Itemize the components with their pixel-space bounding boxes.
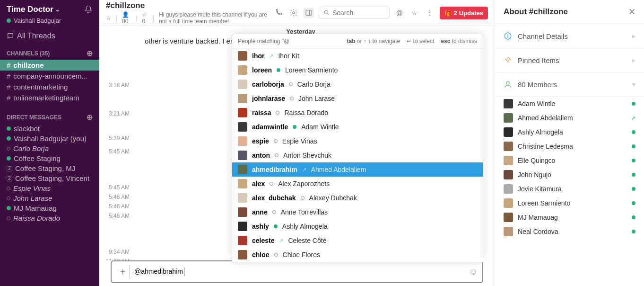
- dm-item[interactable]: Carlo Borja: [0, 143, 99, 153]
- dm-item[interactable]: Vaishali Badgujar (you): [0, 134, 99, 143]
- presence-dot: [7, 136, 11, 141]
- autocomplete-item[interactable]: ashly Ashly Almogela: [232, 219, 483, 233]
- attach-button[interactable]: +: [116, 265, 130, 278]
- autocomplete-item[interactable]: raissa Raissa Dorado: [232, 106, 483, 120]
- username: adamwintle: [252, 123, 288, 131]
- member-row[interactable]: Ahmed Abdelaliem↗: [495, 111, 644, 125]
- close-icon[interactable]: ✕: [628, 7, 635, 17]
- avatar: [238, 236, 247, 245]
- add-channel-icon[interactable]: ⊕: [87, 49, 93, 58]
- autocomplete-item[interactable]: chloe Chloe Flores: [232, 248, 483, 262]
- more-icon[interactable]: ⋮: [425, 8, 435, 18]
- channel-topic[interactable]: Hi guys please mute this channel if you …: [159, 11, 268, 25]
- chevron-down-icon: ⌄: [55, 7, 60, 13]
- member-row[interactable]: Neal Cordova: [495, 224, 644, 239]
- dm-item[interactable]: slackbot: [0, 124, 99, 134]
- message-composer[interactable]: + @ahmedibrahim ☺: [111, 260, 483, 283]
- channel-item[interactable]: #chillzone: [0, 60, 99, 71]
- member-name: Jovie Kitamura: [518, 185, 627, 193]
- avatar: [238, 136, 247, 146]
- add-dm-icon[interactable]: ⊕: [87, 113, 93, 122]
- channel-item[interactable]: #contentmarketing: [0, 81, 99, 92]
- updates-button[interactable]: 🎁 2 Updates: [440, 7, 488, 19]
- presence-dot: [289, 82, 293, 86]
- channel-details-section[interactable]: Channel Details ▸: [495, 24, 644, 48]
- search-box[interactable]: [319, 7, 390, 19]
- member-row[interactable]: Elle Quingco: [495, 153, 644, 168]
- pinned-count[interactable]: ☆ 0: [142, 11, 148, 25]
- autocomplete-item[interactable]: alex Alex Zaporozhets: [232, 177, 483, 191]
- autocomplete-item[interactable]: alex_dubchak Alexey Dubchak: [232, 191, 483, 205]
- presence-dot: [632, 201, 635, 205]
- autocomplete-item[interactable]: celeste ↗ Celeste Côté: [232, 233, 483, 248]
- bell-icon[interactable]: [84, 5, 93, 14]
- dm-item[interactable]: 2Coffee Staging, MJ: [0, 163, 99, 173]
- presence-dot: [7, 18, 11, 23]
- presence-dot: [7, 206, 11, 210]
- member-row[interactable]: Christine Ledesma: [495, 139, 644, 153]
- avatar: [504, 142, 513, 151]
- workspace-switcher[interactable]: Time Doctor ⌄: [7, 5, 60, 14]
- star-icon[interactable]: ☆: [106, 15, 111, 21]
- members-section-header[interactable]: 80 Members ▾: [495, 72, 644, 97]
- star-channel-icon[interactable]: ☆: [409, 8, 420, 18]
- autocomplete-item[interactable]: johnlarase John Larase: [232, 91, 483, 106]
- autocomplete-item[interactable]: adamwintle Adam Wintle: [232, 120, 483, 134]
- toggle-sidebar-icon[interactable]: [304, 8, 314, 18]
- dm-item[interactable]: 2Coffee Staging, Vincent: [0, 173, 99, 183]
- autocomplete-item[interactable]: ahmedibrahim ↗ Ahmed Abdelaliem: [232, 162, 483, 177]
- autocomplete-item[interactable]: loreen Loreen Sarmiento: [232, 63, 483, 77]
- member-row[interactable]: Adam Wintle: [495, 97, 644, 111]
- username: anton: [252, 152, 270, 159]
- presence-dot: [274, 253, 278, 257]
- member-row[interactable]: MJ Mamauag: [495, 210, 644, 224]
- autocomplete-item[interactable]: carloborja Carlo Borja: [232, 77, 483, 91]
- member-row[interactable]: Ashly Almogela: [495, 125, 644, 139]
- message-timestamp: 9:34 AM: [101, 249, 130, 255]
- call-icon[interactable]: [273, 8, 284, 18]
- channel-item[interactable]: #onlinemarketingteam: [0, 92, 99, 103]
- dm-item[interactable]: MJ Mamauag: [0, 203, 99, 213]
- channel-item[interactable]: #company-announcem...: [0, 71, 99, 81]
- real-name: John Larase: [298, 95, 335, 102]
- presence-dot: [632, 130, 635, 134]
- autocomplete-item[interactable]: ihor ↗ Ihor Kit: [232, 49, 483, 63]
- dm-item[interactable]: Raissa Dorado: [0, 213, 99, 223]
- member-name: Ashly Almogela: [518, 128, 627, 136]
- dm-section-header[interactable]: Direct Messages ⊕: [0, 108, 99, 124]
- presence-dot: [270, 182, 273, 186]
- dm-item[interactable]: Espie Vinas: [0, 183, 99, 193]
- presence-dot: [293, 125, 296, 129]
- presence-dot: [7, 156, 11, 161]
- dm-item[interactable]: John Larase: [0, 193, 99, 203]
- dm-item[interactable]: Coffee Staging: [0, 153, 99, 163]
- members-count[interactable]: 👤 80: [122, 11, 131, 25]
- presence-dot: [7, 147, 10, 151]
- avatar: [238, 51, 247, 61]
- autocomplete-label: People matching "@": [238, 38, 340, 45]
- away-icon: ↗: [279, 238, 283, 244]
- all-threads[interactable]: All Threads: [0, 28, 99, 44]
- message-timestamp: 5:46 AM: [101, 213, 130, 219]
- presence-dot: [272, 210, 276, 214]
- pinned-items-section[interactable]: Pinned Items ▸: [495, 48, 644, 72]
- autocomplete-item[interactable]: anton Anton Shevchuk: [232, 148, 483, 162]
- member-row[interactable]: Loreen Sarmiento: [495, 196, 644, 210]
- chevron-right-icon: ▸: [632, 56, 635, 64]
- emoji-button[interactable]: ☺: [469, 267, 478, 277]
- username: raissa: [252, 109, 271, 116]
- current-user[interactable]: Vaishali Badgujar: [0, 17, 99, 28]
- member-row[interactable]: Jovie Kitamura: [495, 182, 644, 196]
- username: alex: [252, 180, 265, 188]
- avatar: [238, 207, 247, 217]
- avatar: [238, 222, 247, 231]
- mentions-icon[interactable]: @: [394, 8, 405, 18]
- member-name: Loreen Sarmiento: [518, 199, 627, 207]
- autocomplete-item[interactable]: espie Espie Vinas: [232, 134, 483, 148]
- member-name: John Ngujo: [518, 171, 627, 179]
- gear-icon[interactable]: [288, 8, 299, 18]
- member-row[interactable]: John Ngujo: [495, 168, 644, 182]
- channels-section-header[interactable]: Channels (35) ⊕: [0, 44, 99, 60]
- autocomplete-item[interactable]: anne Anne Torrevillas: [232, 205, 483, 219]
- search-input[interactable]: [332, 9, 384, 17]
